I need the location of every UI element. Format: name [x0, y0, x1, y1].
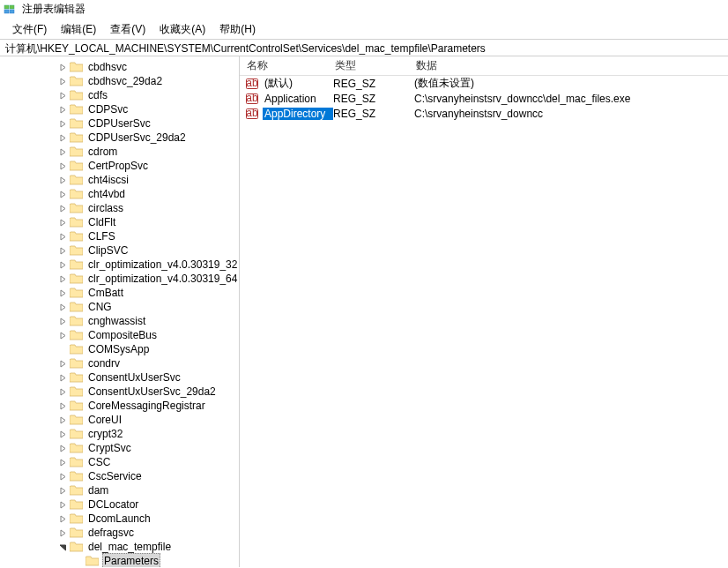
- folder-icon: [69, 230, 83, 243]
- chevron-right-icon[interactable]: [56, 512, 69, 525]
- tree-item-label: CmBatt: [86, 286, 125, 300]
- chevron-right-icon[interactable]: [56, 117, 69, 130]
- chevron-right-icon[interactable]: [56, 357, 69, 370]
- tree-item[interactable]: COMSysApp: [0, 342, 239, 356]
- chevron-right-icon[interactable]: [56, 188, 69, 200]
- chevron-right-icon[interactable]: [56, 442, 69, 454]
- chevron-right-icon[interactable]: [56, 244, 69, 257]
- tree-item[interactable]: cdfs: [0, 88, 239, 102]
- chevron-right-icon[interactable]: [56, 371, 69, 384]
- chevron-right-icon[interactable]: [56, 160, 69, 172]
- menu-edit[interactable]: 编辑(E): [54, 20, 103, 39]
- folder-icon: [69, 174, 83, 186]
- tree-item[interactable]: CryptSvc: [0, 441, 239, 455]
- tree-item[interactable]: CompositeBus: [0, 328, 239, 342]
- chevron-right-icon[interactable]: [56, 216, 69, 228]
- chevron-right-icon[interactable]: [56, 146, 69, 158]
- chevron-right-icon[interactable]: [56, 315, 69, 327]
- menu-view[interactable]: 查看(V): [103, 20, 152, 39]
- tree-item[interactable]: CDPUserSvc: [0, 116, 239, 131]
- tree-item[interactable]: crypt32: [0, 427, 239, 441]
- chevron-right-icon[interactable]: [56, 258, 69, 271]
- tree-item[interactable]: ConsentUxUserSvc_29da2: [0, 385, 239, 399]
- tree-item[interactable]: cht4vbd: [0, 187, 239, 201]
- chevron-right-icon[interactable]: [56, 428, 69, 440]
- values-pane[interactable]: 名称 类型 数据 ab(默认)REG_SZ(数值未设置)abApplicatio…: [240, 56, 728, 567]
- tree-item[interactable]: cnghwassist: [0, 314, 239, 328]
- chevron-right-icon[interactable]: [56, 456, 69, 468]
- tree-pane[interactable]: cbdhsvccbdhsvc_29da2cdfsCDPSvcCDPUserSvc…: [0, 56, 240, 567]
- tree-item[interactable]: CoreMessagingRegistrar: [0, 399, 239, 413]
- folder-icon: [69, 244, 83, 257]
- column-header-type[interactable]: 类型: [328, 56, 409, 76]
- chevron-right-icon[interactable]: [56, 498, 69, 511]
- chevron-right-icon[interactable]: [56, 470, 69, 482]
- chevron-right-icon[interactable]: [56, 385, 69, 398]
- chevron-right-icon[interactable]: [56, 131, 69, 144]
- menu-file[interactable]: 文件(F): [5, 20, 54, 39]
- tree-item-label: dam: [86, 483, 110, 497]
- chevron-right-icon[interactable]: [56, 103, 69, 116]
- tree-item[interactable]: CLFS: [0, 229, 239, 243]
- tree-item[interactable]: CNG: [0, 300, 239, 314]
- tree-item[interactable]: CDPUserSvc_29da2: [0, 131, 239, 145]
- address-bar[interactable]: 计算机\HKEY_LOCAL_MACHINE\SYSTEM\CurrentCon…: [0, 40, 728, 56]
- value-type: REG_SZ: [333, 93, 414, 105]
- titlebar: 注册表编辑器: [0, 0, 728, 19]
- tree-item-label: CertPropSvc: [86, 159, 150, 173]
- tree-item[interactable]: CoreUI: [0, 413, 239, 427]
- tree-item[interactable]: CldFlt: [0, 215, 239, 229]
- chevron-right-icon[interactable]: [56, 89, 69, 101]
- menu-help[interactable]: 帮助(H): [212, 20, 263, 39]
- chevron-right-icon[interactable]: [56, 400, 69, 412]
- tree-item[interactable]: circlass: [0, 201, 239, 215]
- tree-item-label: CoreUI: [86, 413, 123, 427]
- tree-item[interactable]: CscService: [0, 469, 239, 483]
- chevron-right-icon[interactable]: [56, 527, 69, 539]
- tree-item-label: circlass: [86, 201, 125, 215]
- tree-item[interactable]: clr_optimization_v4.0.30319_64: [0, 272, 239, 286]
- folder-icon: [69, 400, 83, 412]
- tree-item[interactable]: ConsentUxUserSvc: [0, 370, 239, 385]
- chevron-right-icon[interactable]: [56, 484, 69, 497]
- column-header-name[interactable]: 名称: [240, 56, 328, 76]
- menu-favorites[interactable]: 收藏夹(A): [152, 20, 212, 39]
- chevron-right-icon[interactable]: [56, 301, 69, 313]
- tree-item[interactable]: DcomLaunch: [0, 512, 239, 526]
- chevron-right-icon[interactable]: [56, 273, 69, 285]
- tree-item[interactable]: Parameters: [0, 554, 239, 567]
- tree-item[interactable]: condrv: [0, 356, 239, 370]
- folder-icon: [69, 343, 83, 355]
- tree-item[interactable]: CmBatt: [0, 286, 239, 300]
- tree-item[interactable]: cdrom: [0, 145, 239, 159]
- chevron-right-icon[interactable]: [56, 75, 69, 87]
- tree-item[interactable]: del_mac_tempfile: [0, 540, 239, 554]
- tree-item[interactable]: clr_optimization_v4.0.30319_32: [0, 258, 239, 272]
- tree-item[interactable]: cbdhsvc_29da2: [0, 74, 239, 88]
- chevron-right-icon[interactable]: [56, 414, 69, 426]
- chevron-right-icon[interactable]: [56, 202, 69, 214]
- chevron-down-icon[interactable]: [56, 541, 69, 553]
- chevron-right-icon[interactable]: [56, 287, 69, 299]
- value-row[interactable]: abAppDirectoryREG_SZC:\srvanyheinstsrv_d…: [240, 106, 728, 121]
- column-header-data[interactable]: 数据: [409, 56, 728, 76]
- tree-item[interactable]: ClipSVC: [0, 243, 239, 258]
- chevron-right-icon[interactable]: [56, 174, 69, 186]
- value-row[interactable]: ab(默认)REG_SZ(数值未设置): [240, 76, 728, 91]
- tree-item[interactable]: CertPropSvc: [0, 159, 239, 173]
- folder-icon: [69, 428, 83, 440]
- tree-item[interactable]: dam: [0, 483, 239, 497]
- tree-item-label: Parameters: [102, 553, 160, 567]
- tree-item[interactable]: cht4iscsi: [0, 173, 239, 187]
- value-row[interactable]: abApplicationREG_SZC:\srvanyheinstsrv_do…: [240, 91, 728, 106]
- tree-item[interactable]: cbdhsvc: [0, 60, 239, 74]
- value-name: Application: [263, 93, 333, 105]
- chevron-right-icon[interactable]: [56, 329, 69, 341]
- chevron-right-icon[interactable]: [56, 230, 69, 243]
- chevron-right-icon[interactable]: [56, 61, 69, 73]
- tree-item[interactable]: CDPSvc: [0, 102, 239, 116]
- tree-item[interactable]: defragsvc: [0, 526, 239, 540]
- regedit-app-icon: [4, 3, 18, 17]
- tree-item[interactable]: CSC: [0, 455, 239, 469]
- tree-item[interactable]: DCLocator: [0, 497, 239, 512]
